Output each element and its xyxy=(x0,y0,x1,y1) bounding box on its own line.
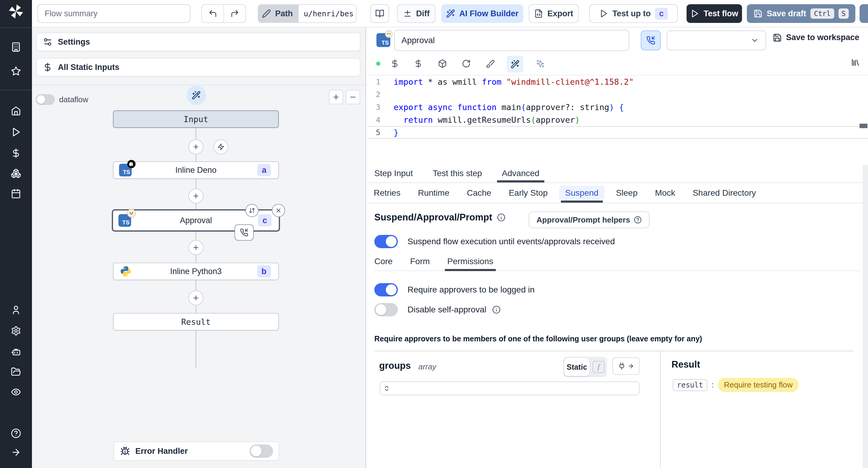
test-up-to-button[interactable]: Test up to c xyxy=(589,4,678,23)
diff-label: Diff xyxy=(416,9,430,19)
package-button[interactable] xyxy=(435,56,450,71)
flow-settings-row[interactable]: Settings xyxy=(36,33,361,51)
runs-play-icon[interactable] xyxy=(11,127,21,137)
resources-dollar-button[interactable] xyxy=(411,56,426,71)
test-up-to-label: Test up to xyxy=(613,9,651,19)
subtab-retries[interactable]: Retries xyxy=(374,183,401,203)
flow-node-input[interactable]: Input xyxy=(113,110,279,128)
deploy-button-partial[interactable] xyxy=(860,4,868,23)
trigger-zap-button[interactable] xyxy=(213,139,228,154)
save-draft-label: Save draft xyxy=(767,9,806,19)
settings-gear-icon[interactable] xyxy=(11,326,21,336)
all-static-inputs-row[interactable]: All Static Inputs xyxy=(36,58,361,77)
variables-dollar-icon[interactable] xyxy=(11,148,21,158)
home-icon[interactable] xyxy=(11,106,21,116)
disable-self-approval-toggle[interactable] xyxy=(374,303,398,316)
code-editor[interactable]: 1import * as wmill from "windmill-client… xyxy=(367,75,868,164)
expand-sidebar-icon[interactable] xyxy=(11,447,21,458)
export-button[interactable]: Export xyxy=(529,4,579,23)
info-icon[interactable] xyxy=(492,305,501,314)
tab-advanced[interactable]: Advanced xyxy=(502,164,539,182)
subtab-suspend[interactable]: Suspend xyxy=(565,183,598,203)
delete-step-button[interactable] xyxy=(272,204,285,217)
ai-assist-wand-button[interactable] xyxy=(507,56,524,73)
suspend-toggle-row: Suspend flow execution until events/appr… xyxy=(374,235,615,248)
ai-sparkles-button[interactable] xyxy=(533,56,548,71)
save-draft-button[interactable]: Save draft Ctrl S xyxy=(747,4,855,23)
favorites-star-icon[interactable] xyxy=(11,66,21,76)
windmill-flow-editor: Flow summary Path u/henri/bes Diff AI Fl… xyxy=(0,0,868,468)
approval-phone-badge[interactable] xyxy=(235,224,254,241)
groups-requirement-note: Require approvers to be members of one o… xyxy=(374,334,702,343)
test-up-to-step-badge: c xyxy=(655,8,668,20)
step-summary-input[interactable]: Approval xyxy=(394,30,629,51)
ai-graph-wand-button[interactable] xyxy=(187,86,206,105)
redo-button[interactable] xyxy=(224,5,245,22)
subtab-early-stop[interactable]: Early Stop xyxy=(509,183,548,203)
workspace-icon[interactable] xyxy=(11,42,21,52)
require-approvers-login-toggle[interactable] xyxy=(374,283,398,296)
library-button[interactable] xyxy=(848,55,863,70)
path-button[interactable]: Path u/henri/bes xyxy=(258,4,356,23)
javascript-mode-button[interactable]: f xyxy=(592,361,604,373)
editor-scrollbar-thumb[interactable] xyxy=(860,124,867,128)
zoom-in-button[interactable] xyxy=(329,90,343,104)
folders-icon[interactable] xyxy=(11,367,21,377)
insert-step-button[interactable] xyxy=(188,240,204,255)
groups-array-input[interactable] xyxy=(380,381,640,395)
users-icon[interactable] xyxy=(11,305,21,315)
error-handler-toggle[interactable] xyxy=(250,444,273,458)
reload-button[interactable] xyxy=(459,56,473,71)
windmill-logo-icon[interactable] xyxy=(7,3,25,20)
insert-step-button[interactable] xyxy=(188,139,204,154)
flow-node-inline-deno[interactable]: TS Inline Deno a xyxy=(113,161,279,179)
save-icon xyxy=(773,33,782,42)
suspend-execution-toggle[interactable] xyxy=(374,235,398,248)
approval-prompt-helpers-button[interactable]: Approval/Prompt helpers xyxy=(529,211,650,228)
zoom-out-button[interactable] xyxy=(346,90,360,104)
tab-permissions[interactable]: Permissions xyxy=(447,253,493,270)
diff-button[interactable]: Diff xyxy=(397,4,435,23)
docs-book-button[interactable] xyxy=(370,4,389,23)
variables-dollar-button[interactable] xyxy=(388,56,402,71)
resources-boxes-icon[interactable] xyxy=(11,168,21,178)
schedules-calendar-icon[interactable] xyxy=(11,188,21,199)
ai-flow-builder-button[interactable]: AI Flow Builder xyxy=(441,4,523,23)
flow-node-inline-python[interactable]: Inline Python3 b xyxy=(113,263,279,280)
suspend-phone-toggle-button[interactable] xyxy=(641,30,661,50)
result-key-chip[interactable]: result xyxy=(673,379,707,391)
insert-step-button[interactable] xyxy=(188,290,204,305)
flow-node-result[interactable]: Result xyxy=(113,313,279,330)
info-icon[interactable] xyxy=(497,213,505,222)
static-mode-button[interactable]: Static xyxy=(564,358,590,376)
result-value-highlight: Require testing flow xyxy=(718,378,799,392)
format-brush-button[interactable] xyxy=(483,56,498,71)
error-handler-row[interactable]: Error Handler xyxy=(114,441,279,461)
move-step-button[interactable] xyxy=(245,204,258,217)
subtab-runtime[interactable]: Runtime xyxy=(418,183,450,203)
workers-bot-icon[interactable] xyxy=(11,347,21,357)
test-flow-button[interactable]: Test flow xyxy=(687,4,742,23)
tab-form[interactable]: Form xyxy=(410,253,430,270)
save-to-workspace-button[interactable]: Save to workspace xyxy=(773,33,859,42)
subtab-mock[interactable]: Mock xyxy=(655,183,675,203)
dataflow-toggle[interactable] xyxy=(36,94,55,105)
subtab-shared-directory[interactable]: Shared Directory xyxy=(692,183,756,203)
subtab-cache[interactable]: Cache xyxy=(467,183,491,203)
script-kind-dropdown[interactable] xyxy=(667,30,766,50)
tab-test-this-step[interactable]: Test this step xyxy=(433,164,482,182)
path-label-segment: Path xyxy=(258,5,299,22)
subtab-sleep[interactable]: Sleep xyxy=(616,183,638,203)
audit-eye-icon[interactable] xyxy=(11,387,21,397)
input-node-label: Input xyxy=(114,115,278,124)
flow-summary-input[interactable]: Flow summary xyxy=(37,4,190,23)
tab-step-input[interactable]: Step Input xyxy=(374,164,413,182)
help-icon[interactable] xyxy=(11,428,21,438)
insert-step-button[interactable] xyxy=(188,188,204,204)
tab-core[interactable]: Core xyxy=(374,253,393,270)
ai-flow-builder-label: AI Flow Builder xyxy=(459,9,519,19)
connect-input-button[interactable] xyxy=(613,357,640,375)
undo-button[interactable] xyxy=(202,5,224,22)
panel-scrollbar[interactable] xyxy=(863,165,868,468)
helpers-button-label: Approval/Prompt helpers xyxy=(536,215,630,225)
